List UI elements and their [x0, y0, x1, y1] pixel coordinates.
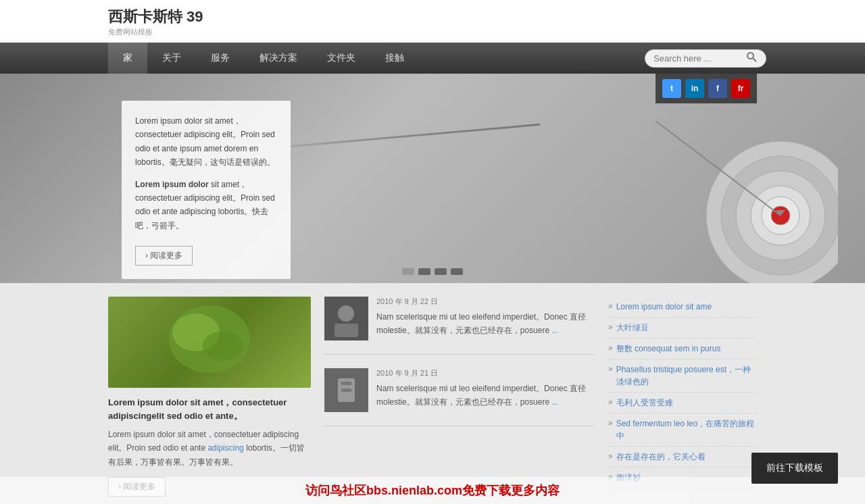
right-column: Lorem ipsum dolor sit ame大叶绿豆整数 consequa…: [608, 297, 757, 497]
slider-dot-4[interactable]: [451, 268, 463, 275]
article-thumb-2: [324, 368, 368, 412]
right-link-6[interactable]: 存在是存在的，它关心着: [616, 451, 706, 463]
slider-dot-3[interactable]: [435, 268, 447, 275]
article-body-2: Nam scelerisque mi ut leo eleifend imper…: [376, 382, 595, 409]
svg-rect-19: [341, 388, 351, 392]
right-link-7[interactable]: 南洋衫: [616, 472, 641, 484]
search-icon: [746, 51, 757, 62]
right-link-item-5: Sed fermentum leo leo，在痛苦的旅程中: [608, 413, 757, 447]
hero-text-box: Lorem ipsum dolor sit amet，consectetuer …: [122, 101, 291, 279]
hero-bold: Lorem ipsum dolor: [135, 180, 209, 189]
right-link-2[interactable]: 整数 consequat sem in purus: [616, 343, 721, 355]
right-link-1[interactable]: 大叶绿豆: [616, 322, 649, 334]
right-link-0[interactable]: Lorem ipsum dolor sit ame: [616, 301, 712, 313]
right-link-item-2: 整数 consequat sem in purus: [608, 338, 757, 359]
site-title: 西斯卡斯特 39: [108, 7, 757, 27]
slider-dot-1[interactable]: [402, 268, 414, 275]
search-button[interactable]: [746, 51, 757, 65]
hero-read-more-button[interactable]: › 阅读更多: [135, 246, 193, 266]
download-button[interactable]: 前往下载模板: [751, 453, 838, 484]
right-link-item-4: 毛利人受苦受难: [608, 393, 757, 413]
left-article-link[interactable]: adipiscing: [207, 443, 243, 453]
left-read-more-button[interactable]: › 阅读更多: [108, 477, 166, 497]
hero-paragraph-1: Lorem ipsum dolor sit amet，consectetuer …: [135, 114, 277, 170]
leaf-svg: [162, 297, 257, 383]
svg-point-14: [338, 305, 354, 322]
nav-item-solutions[interactable]: 解决方案: [245, 43, 312, 74]
right-link-item-1: 大叶绿豆: [608, 318, 757, 338]
hero-section: t in f fr Lorem ipsum dolor sit amet，con…: [0, 74, 865, 283]
nav-item-home[interactable]: 家: [108, 43, 147, 74]
article-thumb-1: [324, 297, 368, 341]
article-link-1[interactable]: ...: [551, 326, 558, 335]
article-date-1: 2010 年 9 月 22 日: [376, 297, 595, 307]
hero-paragraph-2: Lorem ipsum dolor sit amet，consectetuer …: [135, 178, 277, 233]
article-link-2[interactable]: ...: [551, 397, 558, 407]
left-article-body: Lorem ipsum dolor sit amet，consectetuer …: [108, 428, 311, 469]
right-link-item-6: 存在是存在的，它关心着: [608, 447, 757, 468]
nav-item-services[interactable]: 服务: [196, 43, 245, 74]
left-image-icon: [162, 297, 257, 388]
right-link-item-3: Phasellus tristique posuere est，一种淡绿色的: [608, 359, 757, 393]
search-area: [645, 44, 757, 73]
nav-item-contact[interactable]: 接触: [370, 43, 419, 74]
left-image: [108, 297, 311, 388]
nav-item-about[interactable]: 关于: [147, 43, 196, 74]
right-link-5[interactable]: Sed fermentum leo leo，在痛苦的旅程中: [616, 418, 757, 442]
right-link-item-0: Lorem ipsum dolor sit ame: [608, 297, 757, 318]
slider-dot-2[interactable]: [418, 268, 430, 275]
article-content-1: 2010 年 9 月 22 日 Nam scelerisque mi ut le…: [376, 297, 595, 341]
right-link-4[interactable]: 毛利人受苦受难: [616, 397, 673, 409]
svg-point-12: [203, 331, 243, 361]
left-column: Lorem ipsum dolor sit amet，consectetuer …: [108, 297, 311, 497]
article-date-2: 2010 年 9 月 21 日: [376, 368, 595, 378]
article-content-2: 2010 年 9 月 21 日 Nam scelerisque mi ut le…: [376, 368, 595, 412]
nav-items: 家 关于 服务 解决方案 文件夹 接触: [108, 43, 645, 74]
right-link-item-7: 南洋衫: [608, 468, 757, 488]
svg-line-1: [753, 58, 756, 61]
thumb2-svg: [324, 368, 368, 412]
article-body-1: Nam scelerisque mi ut leo eleifend imper…: [376, 310, 595, 338]
svg-point-0: [747, 53, 753, 59]
left-article-title: Lorem ipsum dolor sit amet，consectetuer …: [108, 396, 311, 422]
header: 西斯卡斯特 39 免费网站模板: [0, 0, 865, 43]
article-entry-1: 2010 年 9 月 22 日 Nam scelerisque mi ut le…: [324, 297, 595, 355]
nav-bar: 家 关于 服务 解决方案 文件夹 接触: [0, 43, 865, 74]
svg-rect-15: [335, 324, 358, 337]
svg-rect-18: [341, 382, 351, 385]
nav-item-files[interactable]: 文件夹: [312, 43, 370, 74]
target-image: [656, 87, 838, 283]
site-subtitle: 免费网站模板: [108, 27, 757, 37]
slider-dots: [402, 268, 463, 275]
right-links-list: Lorem ipsum dolor sit ame大叶绿豆整数 consequa…: [608, 297, 757, 488]
right-link-3[interactable]: Phasellus tristique posuere est，一种淡绿色的: [616, 363, 757, 388]
main-content: Lorem ipsum dolor sit amet，consectetuer …: [0, 283, 865, 504]
middle-column: 2010 年 9 月 22 日 Nam scelerisque mi ut le…: [324, 297, 595, 497]
thumb1-svg: [324, 297, 368, 341]
article-entry-2: 2010 年 9 月 21 日 Nam scelerisque mi ut le…: [324, 368, 595, 426]
